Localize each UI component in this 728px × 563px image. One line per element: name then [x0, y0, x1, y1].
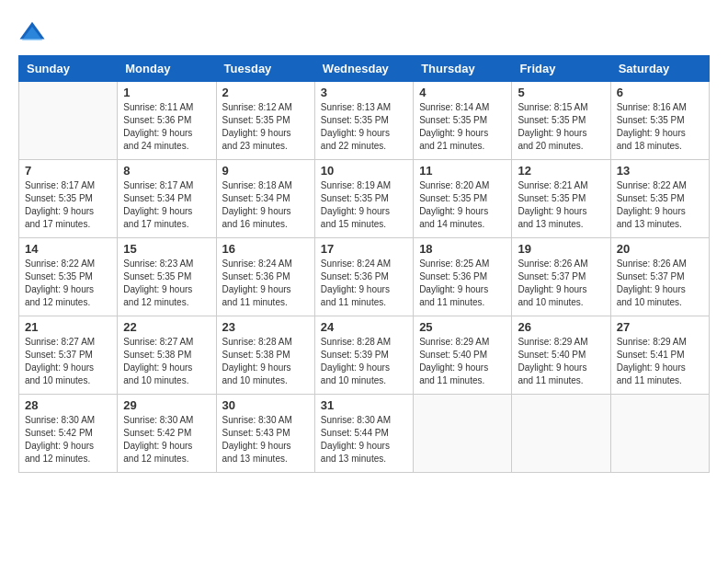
day-number: 24: [321, 320, 407, 334]
calendar-cell: 7Sunrise: 8:17 AM Sunset: 5:35 PM Daylig…: [19, 160, 118, 238]
day-number: 8: [123, 164, 210, 178]
day-info: Sunrise: 8:30 AM Sunset: 5:43 PM Dayligh…: [222, 414, 309, 465]
weekday-header: Saturday: [610, 56, 709, 82]
calendar-cell: 9Sunrise: 8:18 AM Sunset: 5:34 PM Daylig…: [216, 160, 314, 238]
calendar-cell: 29Sunrise: 8:30 AM Sunset: 5:42 PM Dayli…: [118, 395, 216, 473]
day-number: 13: [617, 164, 703, 178]
day-info: Sunrise: 8:22 AM Sunset: 5:35 PM Dayligh…: [25, 258, 111, 309]
day-info: Sunrise: 8:22 AM Sunset: 5:35 PM Dayligh…: [617, 179, 703, 231]
day-number: 20: [617, 242, 703, 256]
day-number: 28: [25, 398, 111, 412]
calendar-cell: 22Sunrise: 8:27 AM Sunset: 5:38 PM Dayli…: [118, 316, 216, 395]
calendar-cell: 30Sunrise: 8:30 AM Sunset: 5:43 PM Dayli…: [216, 395, 314, 473]
day-info: Sunrise: 8:29 AM Sunset: 5:40 PM Dayligh…: [419, 336, 506, 387]
day-info: Sunrise: 8:28 AM Sunset: 5:38 PM Dayligh…: [222, 336, 309, 387]
calendar-cell: 17Sunrise: 8:24 AM Sunset: 5:36 PM Dayli…: [314, 238, 413, 316]
day-number: 6: [617, 86, 703, 99]
calendar-cell: 23Sunrise: 8:28 AM Sunset: 5:38 PM Dayli…: [216, 316, 314, 395]
day-number: 25: [419, 320, 506, 334]
calendar-cell: 26Sunrise: 8:29 AM Sunset: 5:40 PM Dayli…: [512, 316, 610, 395]
logo-icon: [18, 18, 46, 46]
calendar-cell: [610, 395, 709, 473]
calendar-cell: [512, 395, 610, 473]
weekday-header: Wednesday: [314, 56, 413, 82]
day-info: Sunrise: 8:20 AM Sunset: 5:35 PM Dayligh…: [419, 179, 506, 231]
calendar-cell: 25Sunrise: 8:29 AM Sunset: 5:40 PM Dayli…: [414, 316, 512, 395]
calendar-cell: 15Sunrise: 8:23 AM Sunset: 5:35 PM Dayli…: [118, 238, 216, 316]
calendar-cell: [19, 82, 118, 160]
day-number: 19: [518, 242, 604, 256]
calendar-cell: 28Sunrise: 8:30 AM Sunset: 5:42 PM Dayli…: [19, 395, 118, 473]
day-info: Sunrise: 8:26 AM Sunset: 5:37 PM Dayligh…: [518, 258, 604, 309]
day-number: 22: [123, 320, 210, 334]
calendar-cell: 12Sunrise: 8:21 AM Sunset: 5:35 PM Dayli…: [512, 160, 610, 238]
calendar-cell: 6Sunrise: 8:16 AM Sunset: 5:35 PM Daylig…: [610, 82, 709, 160]
day-number: 31: [321, 398, 407, 412]
day-number: 7: [25, 164, 111, 178]
calendar-cell: 21Sunrise: 8:27 AM Sunset: 5:37 PM Dayli…: [19, 316, 118, 395]
calendar-cell: 27Sunrise: 8:29 AM Sunset: 5:41 PM Dayli…: [610, 316, 709, 395]
day-number: 11: [419, 164, 506, 178]
weekday-header: Sunday: [19, 56, 118, 82]
calendar-week-row: 14Sunrise: 8:22 AM Sunset: 5:35 PM Dayli…: [19, 238, 710, 316]
day-info: Sunrise: 8:15 AM Sunset: 5:35 PM Dayligh…: [518, 101, 604, 153]
day-info: Sunrise: 8:13 AM Sunset: 5:35 PM Dayligh…: [321, 101, 407, 153]
day-info: Sunrise: 8:25 AM Sunset: 5:36 PM Dayligh…: [419, 258, 506, 309]
day-number: 23: [222, 320, 309, 334]
calendar-cell: 2Sunrise: 8:12 AM Sunset: 5:35 PM Daylig…: [216, 82, 314, 160]
day-info: Sunrise: 8:17 AM Sunset: 5:35 PM Dayligh…: [25, 179, 111, 231]
page-header: [18, 18, 710, 46]
calendar-cell: 1Sunrise: 8:11 AM Sunset: 5:36 PM Daylig…: [118, 82, 216, 160]
day-number: 2: [222, 86, 309, 99]
calendar-cell: 18Sunrise: 8:25 AM Sunset: 5:36 PM Dayli…: [414, 238, 512, 316]
day-number: 12: [518, 164, 604, 178]
day-info: Sunrise: 8:16 AM Sunset: 5:35 PM Dayligh…: [617, 101, 703, 153]
day-number: 17: [321, 242, 407, 256]
calendar-cell: 24Sunrise: 8:28 AM Sunset: 5:39 PM Dayli…: [314, 316, 413, 395]
day-number: 18: [419, 242, 506, 256]
day-info: Sunrise: 8:24 AM Sunset: 5:36 PM Dayligh…: [321, 258, 407, 309]
day-number: 26: [518, 320, 604, 334]
calendar-cell: 4Sunrise: 8:14 AM Sunset: 5:35 PM Daylig…: [414, 82, 512, 160]
calendar-week-row: 28Sunrise: 8:30 AM Sunset: 5:42 PM Dayli…: [19, 395, 710, 473]
calendar-cell: 5Sunrise: 8:15 AM Sunset: 5:35 PM Daylig…: [512, 82, 610, 160]
day-number: 10: [321, 164, 407, 178]
calendar-cell: [414, 395, 512, 473]
weekday-header: Friday: [512, 56, 610, 82]
weekday-header-row: SundayMondayTuesdayWednesdayThursdayFrid…: [19, 56, 710, 82]
day-info: Sunrise: 8:12 AM Sunset: 5:35 PM Dayligh…: [222, 101, 309, 153]
calendar: SundayMondayTuesdayWednesdayThursdayFrid…: [18, 55, 710, 473]
day-info: Sunrise: 8:18 AM Sunset: 5:34 PM Dayligh…: [222, 179, 309, 231]
day-info: Sunrise: 8:27 AM Sunset: 5:37 PM Dayligh…: [25, 336, 111, 387]
day-number: 21: [25, 320, 111, 334]
calendar-cell: 13Sunrise: 8:22 AM Sunset: 5:35 PM Dayli…: [610, 160, 709, 238]
day-number: 27: [617, 320, 703, 334]
day-info: Sunrise: 8:27 AM Sunset: 5:38 PM Dayligh…: [123, 336, 210, 387]
day-info: Sunrise: 8:29 AM Sunset: 5:41 PM Dayligh…: [617, 336, 703, 387]
calendar-week-row: 1Sunrise: 8:11 AM Sunset: 5:36 PM Daylig…: [19, 82, 710, 160]
calendar-cell: 19Sunrise: 8:26 AM Sunset: 5:37 PM Dayli…: [512, 238, 610, 316]
day-number: 1: [123, 86, 210, 99]
day-number: 16: [222, 242, 309, 256]
day-info: Sunrise: 8:11 AM Sunset: 5:36 PM Dayligh…: [123, 101, 210, 153]
day-info: Sunrise: 8:30 AM Sunset: 5:42 PM Dayligh…: [25, 414, 111, 465]
weekday-header: Monday: [118, 56, 216, 82]
calendar-cell: 16Sunrise: 8:24 AM Sunset: 5:36 PM Dayli…: [216, 238, 314, 316]
calendar-cell: 11Sunrise: 8:20 AM Sunset: 5:35 PM Dayli…: [414, 160, 512, 238]
day-info: Sunrise: 8:29 AM Sunset: 5:40 PM Dayligh…: [518, 336, 604, 387]
calendar-cell: 8Sunrise: 8:17 AM Sunset: 5:34 PM Daylig…: [118, 160, 216, 238]
day-number: 15: [123, 242, 210, 256]
day-number: 29: [123, 398, 210, 412]
calendar-cell: 10Sunrise: 8:19 AM Sunset: 5:35 PM Dayli…: [314, 160, 413, 238]
calendar-cell: 3Sunrise: 8:13 AM Sunset: 5:35 PM Daylig…: [314, 82, 413, 160]
day-info: Sunrise: 8:19 AM Sunset: 5:35 PM Dayligh…: [321, 179, 407, 231]
day-number: 3: [321, 86, 407, 99]
day-info: Sunrise: 8:17 AM Sunset: 5:34 PM Dayligh…: [123, 179, 210, 231]
day-number: 14: [25, 242, 111, 256]
weekday-header: Thursday: [414, 56, 512, 82]
day-number: 9: [222, 164, 309, 178]
calendar-cell: 20Sunrise: 8:26 AM Sunset: 5:37 PM Dayli…: [610, 238, 709, 316]
day-info: Sunrise: 8:23 AM Sunset: 5:35 PM Dayligh…: [123, 258, 210, 309]
day-info: Sunrise: 8:26 AM Sunset: 5:37 PM Dayligh…: [617, 258, 703, 309]
day-number: 4: [419, 86, 506, 99]
